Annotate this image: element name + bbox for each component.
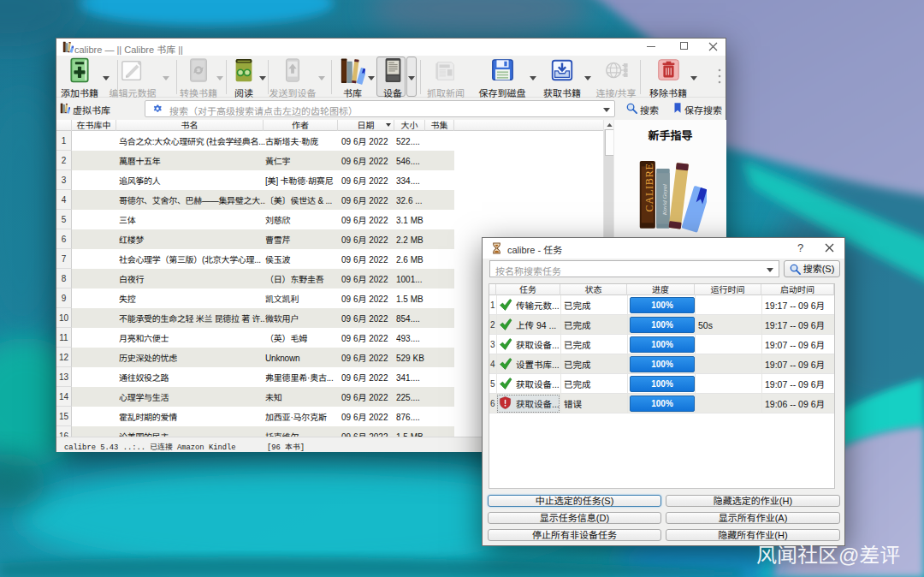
- svg-text:Kovid Goyal: Kovid Goyal: [661, 184, 668, 216]
- svg-text:CALIBRE: CALIBRE: [643, 163, 655, 211]
